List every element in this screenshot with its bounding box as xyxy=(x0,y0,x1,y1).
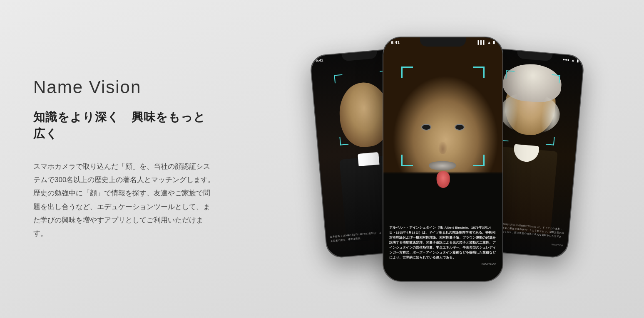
einstein-tongue xyxy=(436,171,450,188)
left-figure-collar xyxy=(358,152,379,166)
app-subtitle: 知識をより深く 興味をもっと広く xyxy=(33,109,216,141)
wifi-center-icon: ▲ xyxy=(487,40,491,44)
corner-tr-center xyxy=(473,67,485,78)
app-title: Name Vision xyxy=(33,77,216,97)
phone-center-statusbar: 9:41 ▌▌▌ ▲ ▮ xyxy=(383,40,502,45)
corner-bl xyxy=(339,136,348,145)
wifi-right-icon: ▲ xyxy=(571,58,575,62)
corner-br-right xyxy=(545,136,554,145)
einstein-wikipedia: WIKIPEDIA xyxy=(389,262,497,266)
app-description: スマホカメラで取り込んだ「顔」を、当社の顔認証システムで300名以上の歴史上の著… xyxy=(33,160,216,241)
corner-tl-center xyxy=(401,67,413,78)
battery-center-icon: ▮ xyxy=(493,40,495,44)
phone-center: 9:41 ▌▌▌ ▲ ▮ xyxy=(383,37,503,282)
right-content: 9:41 ●●● ▲ ▮ xyxy=(241,0,644,318)
phone-center-screen: 9:41 ▌▌▌ ▲ ▮ xyxy=(383,37,502,281)
battery-right-icon: ▮ xyxy=(576,58,579,62)
left-content: Name Vision 知識をより深く 興味をもっと広く スマホカメラで取り込ん… xyxy=(0,52,241,265)
signal-bars-icon: ▌▌▌ xyxy=(477,40,485,44)
page-wrapper: Name Vision 知識をより深く 興味をもっと広く スマホカメラで取り込ん… xyxy=(0,0,644,318)
phone-center-icons: ▌▌▌ ▲ ▮ xyxy=(477,40,495,44)
corner-bl-center xyxy=(401,155,413,166)
face-detect-box-center xyxy=(401,67,485,166)
corner-tl-right xyxy=(505,70,515,79)
phone-left-time: 9:41 xyxy=(315,58,323,63)
phone-center-time: 9:41 xyxy=(391,40,400,45)
signal-right-icon: ●●● xyxy=(562,57,569,62)
phones-container: 9:41 ●●● ▲ ▮ xyxy=(301,18,584,301)
einstein-name: アルベルト・アインシュタイン（独: Albert Einstein、1879年3… xyxy=(389,225,497,260)
corner-tl xyxy=(334,74,343,83)
corner-tr-right xyxy=(551,74,560,83)
face-detect-sm-right xyxy=(500,70,560,145)
einstein-info-text: アルベルト・アインシュタイン（独: Albert Einstein、1879年3… xyxy=(383,225,502,266)
corner-br-center xyxy=(473,155,485,166)
